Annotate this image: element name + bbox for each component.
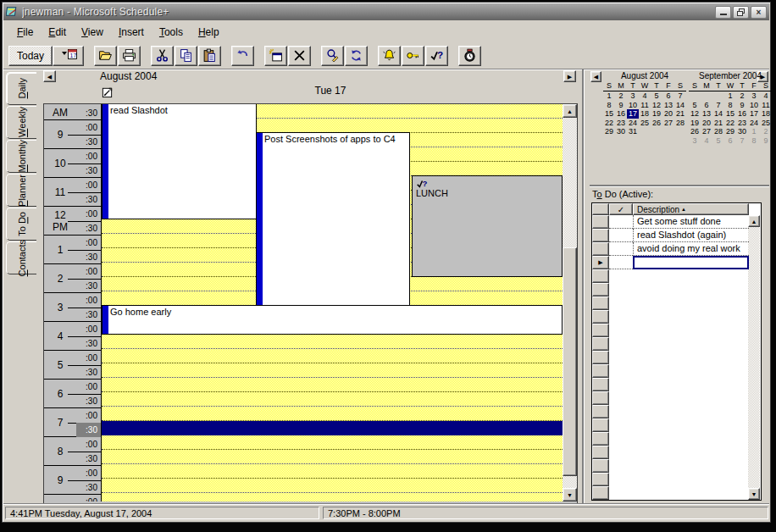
todo-row-selector[interactable] (592, 324, 609, 337)
todo-scroll-up-button[interactable]: ▲ (748, 215, 760, 227)
time-slot-label[interactable]: :00 (76, 380, 101, 394)
close-button[interactable]: × (751, 6, 767, 19)
minical-day[interactable]: 2 (615, 91, 627, 101)
todo-row-selector[interactable] (592, 310, 609, 324)
minical-day[interactable]: 12 (651, 101, 662, 110)
todo-check-cell[interactable] (609, 242, 633, 256)
minical-day[interactable]: 3 (689, 136, 701, 146)
time-slot-row[interactable] (102, 363, 563, 378)
reminder-bell-button[interactable] (378, 46, 401, 66)
minical-day[interactable]: 24 (748, 119, 760, 128)
todo-scroll-down-button[interactable]: ▼ (748, 488, 760, 500)
minical-day[interactable]: 16 (736, 109, 748, 119)
minical-day[interactable]: 15 (724, 109, 736, 119)
minical-day[interactable]: 5 (712, 136, 724, 146)
tab-weekly[interactable]: Weekly (6, 106, 36, 139)
todo-new-item-cell[interactable] (633, 256, 749, 269)
time-slot-row[interactable] (102, 392, 563, 407)
todo-description-cell[interactable]: read Slashdot (again) (633, 229, 749, 242)
time-slot-label[interactable]: :00 (76, 264, 101, 279)
tab-to-do[interactable]: To Do (6, 208, 36, 241)
appointment[interactable]: ?LUNCH (412, 175, 563, 277)
todo-row-selector[interactable] (592, 432, 609, 446)
time-slot-label[interactable]: :00 (76, 207, 101, 221)
minical-day[interactable]: 19 (651, 109, 662, 119)
time-slot-label[interactable]: :00 (76, 120, 101, 135)
time-slot-label[interactable]: :00 (76, 322, 101, 336)
daily-notes-icon[interactable] (100, 86, 114, 99)
time-slot-row[interactable] (102, 479, 563, 493)
minical-day[interactable]: 14 (712, 109, 724, 119)
minical-day[interactable]: 11 (760, 101, 772, 110)
selected-time-slot[interactable] (102, 421, 563, 435)
time-slot-row[interactable] (102, 435, 563, 450)
scroll-up-button[interactable]: ▲ (563, 104, 577, 118)
minical-day[interactable]: 9 (615, 101, 627, 110)
todo-row-selector[interactable] (592, 391, 609, 405)
appointment[interactable]: read Slashdot (102, 104, 257, 219)
minical-day[interactable]: 23 (615, 119, 627, 128)
minical-day[interactable]: 9 (760, 136, 772, 146)
tab-daily[interactable]: Daily (6, 72, 36, 105)
minical-day[interactable]: 21 (674, 109, 686, 119)
tab-contacts[interactable]: Contacts (6, 241, 36, 274)
minical-day[interactable]: 10 (748, 101, 760, 110)
minical-day[interactable]: 7 (736, 136, 748, 146)
minical-day[interactable]: 30 (736, 127, 748, 136)
minical-previous-month-button[interactable]: ◀ (590, 71, 601, 82)
time-slot-row[interactable] (102, 493, 563, 502)
time-slot-label[interactable]: :30 (76, 365, 101, 380)
minical-day[interactable]: 6 (701, 101, 712, 110)
restore-button[interactable] (733, 6, 749, 19)
todo-row-selector[interactable] (592, 351, 609, 364)
time-slot-label[interactable]: :30 (76, 135, 101, 149)
todo-row-selector[interactable] (592, 364, 609, 378)
minical-day[interactable]: 22 (724, 119, 736, 128)
time-slot-row[interactable] (102, 407, 563, 421)
refresh-button[interactable] (345, 46, 368, 66)
minical-day[interactable]: 25 (760, 119, 772, 128)
todo-row-selector[interactable] (592, 229, 609, 242)
minical-day[interactable]: 2 (760, 127, 772, 136)
minical-day[interactable]: 7 (674, 91, 686, 101)
todo-row-selector[interactable] (592, 446, 609, 459)
time-slot-row[interactable] (102, 335, 563, 349)
todo-row-selector[interactable] (592, 215, 609, 229)
minical-day[interactable]: 20 (701, 119, 712, 128)
tentative-check-button[interactable]: ? (425, 46, 448, 66)
todo-header-description[interactable]: Description▲ (633, 203, 749, 215)
minical-day[interactable]: 23 (736, 119, 748, 128)
menu-item-file[interactable]: File (10, 25, 40, 40)
time-slot-label[interactable]: :00 (76, 178, 101, 192)
minical-day[interactable]: 18 (639, 109, 651, 119)
minical-day[interactable]: 6 (662, 91, 674, 101)
time-slot-row[interactable] (102, 464, 563, 479)
minical-day[interactable]: 8 (603, 101, 615, 110)
time-slot-row[interactable] (102, 450, 563, 464)
minical-day[interactable]: 30 (615, 127, 627, 136)
time-slot-label[interactable]: :30 (76, 221, 101, 236)
minical-day[interactable]: 17 (748, 109, 760, 119)
minical-day[interactable]: 25 (639, 119, 651, 128)
find-button[interactable] (321, 46, 344, 66)
paste-button[interactable] (198, 46, 221, 66)
minical-day[interactable]: 13 (701, 109, 712, 119)
todo-check-cell[interactable] (609, 256, 633, 269)
minical-day[interactable]: 1 (748, 127, 760, 136)
day-grid-scrollbar[interactable]: ▲ ▼ (563, 104, 577, 502)
time-slot-label[interactable]: :30 (76, 423, 101, 437)
next-day-button[interactable]: ▶ (563, 70, 576, 82)
minical-day[interactable]: 31 (627, 127, 639, 136)
minical-day[interactable]: 18 (760, 109, 772, 119)
todo-row-selector[interactable] (592, 242, 609, 256)
folder-open-button[interactable] (94, 46, 117, 66)
minical-day[interactable]: 19 (689, 119, 701, 128)
minical-day[interactable]: 9 (736, 101, 748, 110)
time-slot-label[interactable]: :00 (76, 293, 101, 308)
goto-date-button[interactable]: 17 (53, 46, 84, 66)
delete-button[interactable] (288, 46, 311, 66)
todo-row-selector[interactable] (592, 296, 609, 310)
minical-day[interactable]: 3 (748, 91, 760, 101)
minical-day[interactable]: 7 (712, 101, 724, 110)
time-slot-label[interactable]: :30 (76, 394, 101, 408)
